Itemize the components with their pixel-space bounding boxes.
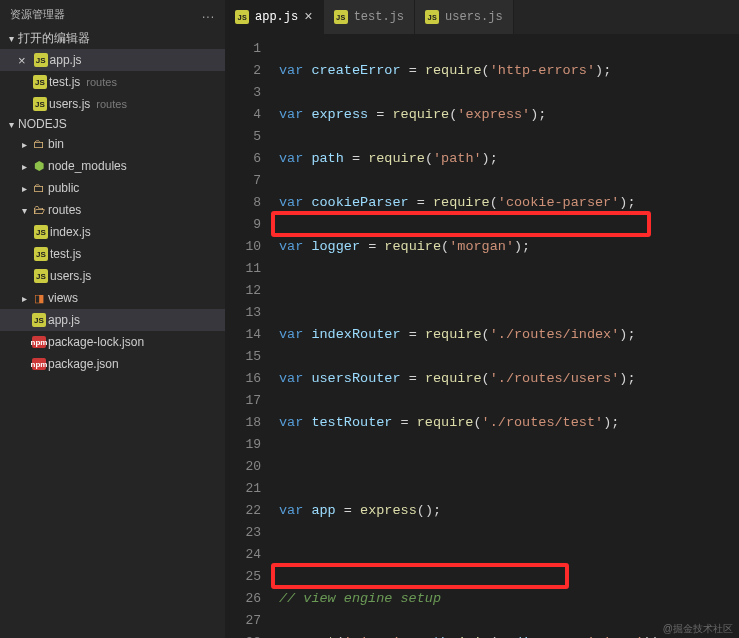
code-editor[interactable]: 1234567891011121314151617181920212223242… [225,34,739,638]
file-test-js[interactable]: JS test.js [0,243,225,265]
js-icon: JS [34,225,48,239]
npm-icon: npm [32,336,46,348]
npm-icon: npm [32,358,46,370]
chevron-down-icon: ▾ [4,119,18,130]
js-icon: JS [334,10,348,24]
folder-open-icon: 🗁 [30,203,48,217]
folder-node-modules[interactable]: ▸ ⬢ node_modules [0,155,225,177]
nodemodules-icon: ⬢ [30,159,48,173]
folder-routes[interactable]: ▾ 🗁 routes [0,199,225,221]
js-icon: JS [34,247,48,261]
open-editors-header[interactable]: ▾ 打开的编辑器 [0,28,225,49]
file-package-json[interactable]: npm package.json [0,353,225,375]
explorer-sidebar: 资源管理器 ... ▾ 打开的编辑器 × JS app.js JS test.j… [0,0,225,638]
file-users-js[interactable]: JS users.js [0,265,225,287]
js-icon: JS [425,10,439,24]
more-icon[interactable]: ... [202,7,215,21]
open-editors-label: 打开的编辑器 [18,30,90,47]
line-gutter: 1234567891011121314151617181920212223242… [225,34,275,638]
js-icon: JS [33,97,47,111]
code-content[interactable]: var createError = require('http-errors')… [275,34,739,638]
editor-area: JS app.js × JS test.js JS users.js 12345… [225,0,739,638]
folder-icon: 🗀 [30,181,48,195]
tab-test-js[interactable]: JS test.js [324,0,415,34]
sidebar-title: 资源管理器 [10,7,202,22]
views-icon: ◨ [30,292,48,305]
js-icon: JS [34,53,48,67]
open-editor-item[interactable]: JS test.js routes [0,71,225,93]
file-package-lock[interactable]: npm package-lock.json [0,331,225,353]
open-editor-item[interactable]: × JS app.js [0,49,225,71]
chevron-right-icon: ▸ [18,183,30,194]
chevron-right-icon: ▸ [18,161,30,172]
highlight-annotation [271,563,569,589]
folder-views[interactable]: ▸ ◨ views [0,287,225,309]
editor-tabs: JS app.js × JS test.js JS users.js [225,0,739,34]
chevron-right-icon: ▸ [18,139,30,150]
open-editor-item[interactable]: JS users.js routes [0,93,225,115]
tab-users-js[interactable]: JS users.js [415,0,514,34]
folder-bin[interactable]: ▸ 🗀 bin [0,133,225,155]
js-icon: JS [33,75,47,89]
project-header[interactable]: ▾ NODEJS [0,115,225,133]
chevron-right-icon: ▸ [18,293,30,304]
file-index-js[interactable]: JS index.js [0,221,225,243]
folder-icon: 🗀 [30,137,48,151]
tab-app-js[interactable]: JS app.js × [225,0,324,34]
js-icon: JS [32,313,46,327]
close-icon[interactable]: × [18,53,26,68]
highlight-annotation [271,211,651,237]
watermark: @掘金技术社区 [663,622,733,636]
sidebar-header: 资源管理器 ... [0,0,225,28]
chevron-down-icon: ▾ [18,205,30,216]
chevron-down-icon: ▾ [4,33,18,44]
js-icon: JS [34,269,48,283]
project-name: NODEJS [18,117,67,131]
file-app-js[interactable]: JS app.js [0,309,225,331]
folder-public[interactable]: ▸ 🗀 public [0,177,225,199]
js-icon: JS [235,10,249,24]
close-icon[interactable]: × [304,9,312,25]
